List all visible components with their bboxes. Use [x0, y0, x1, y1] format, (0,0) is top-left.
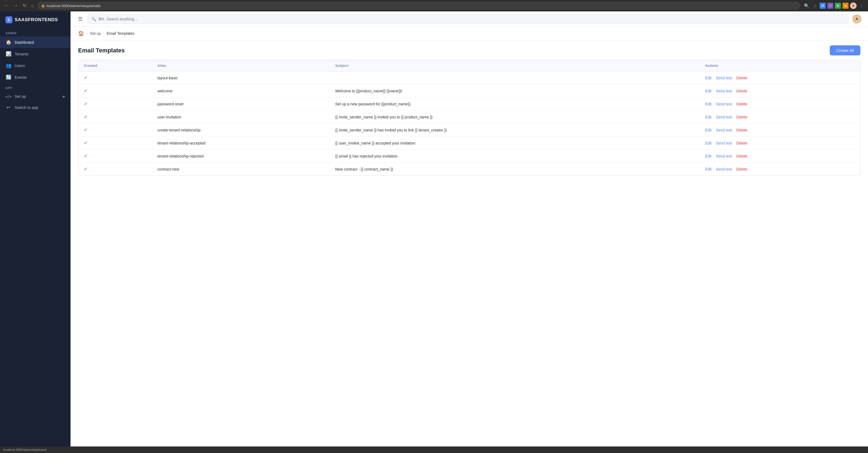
cell-actions: Edit Send test Delete	[700, 137, 860, 150]
events-icon: 🔄	[5, 75, 11, 80]
switch-icon: ↩	[5, 105, 11, 110]
delete-button[interactable]: Delete	[736, 76, 747, 80]
cell-created: ✓	[79, 150, 152, 163]
search-icon[interactable]: 🔍	[803, 3, 810, 9]
cell-actions: Edit Send test Delete	[700, 150, 860, 163]
breadcrumb-setup-link[interactable]: Set up	[90, 31, 101, 35]
delete-button[interactable]: Delete	[736, 141, 747, 145]
address-bar[interactable]: 🔒 localhost:3000/admin/setup/emails	[38, 2, 800, 9]
more-menu-icon[interactable]: ⋮	[858, 3, 865, 9]
sidebar-item-label: Tenants	[14, 52, 29, 56]
delete-button[interactable]: Delete	[736, 115, 747, 119]
forward-button[interactable]: →	[12, 2, 19, 9]
page-title: Email Templates	[78, 47, 125, 54]
cell-created: ✓	[79, 163, 152, 176]
table-row: ✓welcomeWelcome to {{product_name}} {{na…	[79, 84, 860, 97]
send-test-button[interactable]: Send test	[716, 167, 732, 171]
edit-button[interactable]: Edit	[705, 102, 712, 106]
cell-alias: password-reset	[152, 97, 330, 111]
cell-created: ✓	[79, 111, 152, 123]
cell-actions: Edit Send test Delete	[700, 123, 860, 137]
check-icon: ✓	[84, 102, 87, 106]
ext-icon-2[interactable]: ⬡	[827, 3, 833, 9]
app-container: S SAASFRONTENDS ADMIN 🏠 Dashboard 📊 Tena…	[0, 11, 868, 447]
edit-button[interactable]: Edit	[705, 115, 712, 119]
table-row: ✓tenant-relationship-rejected{{ email }}…	[79, 150, 860, 163]
bookmark-icon[interactable]: ☆	[812, 3, 818, 9]
main-content: ☰ 🔍 A 🏠 › Set up › Email Templates Email…	[70, 11, 868, 447]
check-icon: ✓	[84, 167, 87, 171]
sidebar-item-events[interactable]: 🔄 Events	[0, 72, 70, 83]
delete-button[interactable]: Delete	[736, 154, 747, 158]
check-icon: ✓	[84, 128, 87, 132]
page-content: 🏠 › Set up › Email Templates Email Templ…	[70, 27, 868, 447]
col-actions: Actions	[700, 60, 860, 72]
cell-subject: Welcome to {{product_name}} {{name}}!	[330, 84, 700, 97]
edit-button[interactable]: Edit	[705, 167, 712, 171]
send-test-button[interactable]: Send test	[716, 128, 732, 132]
edit-button[interactable]: Edit	[705, 154, 712, 158]
cell-actions: Edit Send test Delete	[700, 84, 860, 97]
status-bar: localhost:3000/admin/dashboard	[0, 447, 868, 453]
edit-button[interactable]: Edit	[705, 141, 712, 145]
send-test-button[interactable]: Send test	[716, 102, 732, 106]
cell-created: ✓	[79, 72, 152, 84]
cell-alias: tenant-relationship-rejected	[152, 150, 330, 163]
check-icon: ✓	[84, 76, 87, 80]
delete-button[interactable]: Delete	[736, 128, 747, 132]
send-test-button[interactable]: Send test	[716, 115, 732, 119]
users-icon: 👥	[5, 63, 11, 68]
browser-user-avatar[interactable]: A	[850, 2, 857, 9]
breadcrumb: 🏠 › Set up › Email Templates	[70, 27, 868, 40]
sidebar-item-setup[interactable]: </> Set up ▶	[0, 91, 70, 102]
menu-toggle-button[interactable]: ☰	[77, 15, 84, 23]
home-button[interactable]: ⌂	[30, 2, 35, 9]
create-all-button[interactable]: Create All	[830, 45, 860, 55]
search-input[interactable]	[98, 17, 844, 21]
cell-alias: create-tenant-relationship	[152, 123, 330, 137]
ext-icon-3[interactable]: ⊕	[835, 3, 841, 9]
check-icon: ✓	[84, 154, 87, 158]
sidebar-item-users[interactable]: 👥 Users	[0, 60, 70, 72]
sidebar: S SAASFRONTENDS ADMIN 🏠 Dashboard 📊 Tena…	[0, 11, 70, 447]
cell-actions: Edit Send test Delete	[700, 111, 860, 123]
cell-alias: tenant-relationship-accepted	[152, 137, 330, 150]
sidebar-item-label: Dashboard	[14, 40, 34, 45]
cell-subject: New contract - {{ contract_name }}	[330, 163, 700, 176]
edit-button[interactable]: Edit	[705, 89, 712, 93]
cell-alias: user-invitation	[152, 111, 330, 123]
delete-button[interactable]: Delete	[736, 167, 747, 171]
sidebar-item-label: Events	[14, 75, 27, 80]
cell-subject: {{ email }} has rejected your invitation	[330, 150, 700, 163]
setup-icon: </>	[5, 94, 11, 98]
ext-icon-4[interactable]: ★	[842, 3, 848, 9]
sidebar-item-tenants[interactable]: 📊 Tenants	[0, 48, 70, 60]
delete-button[interactable]: Delete	[736, 89, 747, 93]
cell-created: ✓	[79, 137, 152, 150]
ext-icon-1[interactable]: M	[820, 3, 826, 9]
chevron-right-icon: ▶	[63, 95, 65, 98]
cell-alias: welcome	[152, 84, 330, 97]
cell-subject: {{ invite_sender_name }} has invited you…	[330, 123, 700, 137]
breadcrumb-separator-2: ›	[103, 31, 104, 36]
cell-created: ✓	[79, 84, 152, 97]
reload-button[interactable]: ↻	[22, 2, 27, 9]
sidebar-item-label: Set up	[14, 94, 26, 98]
send-test-button[interactable]: Send test	[716, 154, 732, 158]
send-test-button[interactable]: Send test	[716, 89, 732, 93]
send-test-button[interactable]: Send test	[716, 141, 732, 145]
delete-button[interactable]: Delete	[736, 102, 747, 106]
cell-subject: {{ invite_sender_name }} invited you to …	[330, 111, 700, 123]
sidebar-item-dashboard[interactable]: 🏠 Dashboard	[0, 36, 70, 48]
edit-button[interactable]: Edit	[705, 128, 712, 132]
user-avatar[interactable]: A	[852, 15, 862, 24]
page-header: Email Templates Create All	[70, 40, 868, 60]
col-subject: Subject	[330, 60, 700, 72]
sidebar-item-switch-to-app[interactable]: ↩ Switch to app	[0, 102, 70, 113]
home-breadcrumb-icon[interactable]: 🏠	[78, 30, 84, 36]
cell-subject: Set up a new password for {{product_name…	[330, 97, 700, 111]
back-button[interactable]: ←	[3, 2, 10, 9]
search-bar[interactable]: 🔍	[87, 14, 848, 24]
edit-button[interactable]: Edit	[705, 76, 712, 80]
send-test-button[interactable]: Send test	[716, 76, 732, 80]
